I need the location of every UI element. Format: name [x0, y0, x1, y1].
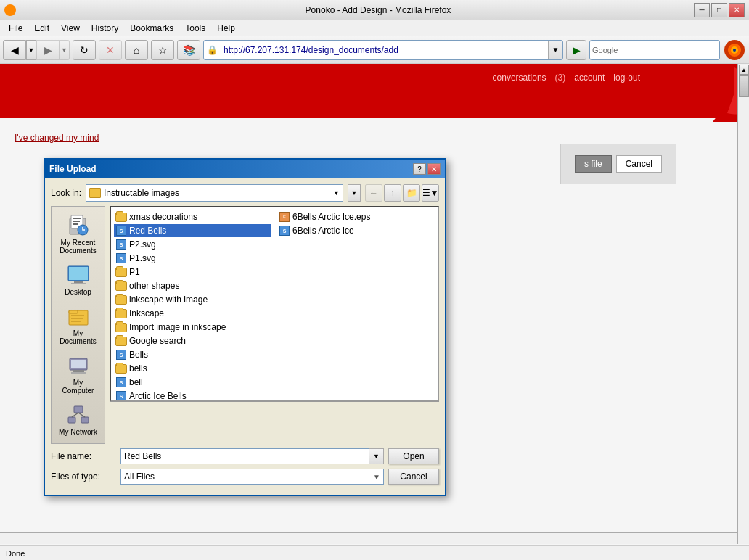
go-btn[interactable]: ▶ [566, 40, 586, 60]
folder-icon-inkscapeimage [115, 294, 127, 305]
menu-file[interactable]: File [3, 22, 28, 35]
file-item-6bellsarcticice[interactable]: S 6Bells Arctic Ice [277, 224, 435, 237]
nav-back-btn[interactable]: ← [365, 184, 382, 202]
file-item-p2svg[interactable]: S P2.svg [114, 238, 271, 251]
svg-rect-24 [74, 406, 83, 413]
reload-btn[interactable]: ↻ [73, 40, 96, 60]
filename-dropdown-btn[interactable]: ▼ [369, 448, 384, 464]
file-item-arcticbells[interactable]: S Arctic Ice Bells [114, 390, 271, 402]
folder-icon-othershapes [115, 280, 127, 292]
dialog-help-btn[interactable]: ? [413, 163, 426, 175]
back-dropdown-btn[interactable]: ▼ [26, 40, 36, 60]
documents-icon [67, 305, 90, 328]
file-list-area[interactable]: xmas decorations S Red Bells S P2.svg [110, 206, 439, 402]
back-btn[interactable]: ◀ [3, 40, 26, 60]
address-dropdown-btn[interactable]: ▼ [548, 41, 562, 59]
filename-input[interactable] [120, 448, 369, 464]
maximize-btn[interactable]: □ [711, 3, 727, 17]
lookin-arrow-btn[interactable]: ▼ [348, 184, 361, 202]
sidebar-desktop[interactable]: Desktop [54, 260, 102, 299]
title-bar: Ponoko - Add Design - Mozilla Firefox ─ … [0, 0, 749, 20]
sidebar-documents[interactable]: My Documents [54, 302, 102, 348]
upload-file-btn[interactable]: s file [575, 155, 612, 173]
scrollbar-thumb[interactable] [739, 75, 749, 97]
conversations-link[interactable]: conversations [493, 73, 547, 83]
menu-tools[interactable]: Tools [179, 22, 211, 35]
file-item-bellslower[interactable]: bells [114, 362, 271, 375]
search-bar[interactable]: Google 🔍 [589, 40, 720, 60]
cancel-upload-btn[interactable]: Cancel [616, 155, 662, 173]
menu-bookmarks[interactable]: Bookmarks [124, 22, 179, 35]
changed-mind-link[interactable]: I've changed my mind [15, 133, 99, 143]
cancel-btn[interactable]: Cancel [388, 469, 439, 485]
svg-rect-19 [71, 321, 81, 322]
browser-window: Ponoko - Add Design - Mozilla Firefox ─ … [0, 0, 749, 559]
filetype-row: Files of type: All Files ▼ Cancel [51, 469, 439, 485]
close-btn[interactable]: ✕ [729, 3, 745, 17]
eps-icon-6bells: E [279, 211, 290, 223]
svg-rect-26 [81, 417, 89, 423]
menu-view[interactable]: View [55, 22, 86, 35]
changed-mind-area: I've changed my mind [15, 133, 734, 143]
menu-help[interactable]: Help [211, 22, 241, 35]
status-text: Done [6, 549, 25, 558]
menu-edit[interactable]: Edit [28, 22, 55, 35]
filetype-arrow: ▼ [373, 473, 380, 481]
address-icon: 🔒 [204, 45, 221, 55]
file-item-redbells[interactable]: S Red Bells [114, 224, 271, 237]
svg-rect-12 [69, 267, 88, 280]
file-item-p1svg[interactable]: S P1.svg [114, 252, 271, 265]
file-item-p1[interactable]: P1 [114, 265, 271, 279]
dialog-close-btn[interactable]: ✕ [427, 163, 441, 175]
stop-btn[interactable]: ✕ [99, 40, 122, 60]
desktop-label: Desktop [65, 288, 91, 296]
svg-rect-17 [71, 315, 84, 316]
search-input[interactable] [620, 41, 720, 59]
sidebar-recent[interactable]: My Recent Documents [54, 211, 102, 258]
svg-rect-7 [73, 218, 81, 219]
filetype-select[interactable]: All Files ▼ [120, 469, 384, 485]
desktop-icon [67, 263, 90, 287]
sidebar-network[interactable]: My Network [54, 400, 102, 439]
bookmark-btn[interactable]: ☆ [151, 40, 174, 60]
file-item-inkscape[interactable]: Inkscape [114, 307, 271, 320]
account-link[interactable]: account [574, 73, 605, 83]
recent-label: My Recent Documents [57, 239, 99, 255]
address-input[interactable] [221, 41, 548, 59]
forward-btn[interactable]: ▶ [36, 40, 60, 60]
open-btn[interactable]: Open [388, 448, 439, 464]
file-item-bell[interactable]: S bell [114, 376, 271, 389]
library-btn[interactable]: 📚 [177, 40, 200, 60]
window-controls: ─ □ ✕ [694, 3, 745, 17]
computer-icon [67, 354, 90, 377]
nav-new-folder-btn[interactable]: 📁 [403, 184, 420, 202]
menu-history[interactable]: History [86, 22, 124, 35]
lookin-row: Look in: Instructable images ▼ ▼ ← ↑ 📁 ☰… [51, 184, 439, 202]
file-item-othershapes[interactable]: other shapes [114, 279, 271, 292]
file-item-xmas[interactable]: xmas decorations [114, 210, 271, 223]
file-item-6bellseps[interactable]: E 6Bells Arctic Ice.eps [277, 210, 435, 223]
nav-up-btn[interactable]: ↑ [384, 184, 401, 202]
lookin-label: Look in: [51, 188, 81, 198]
folder-icon-google [115, 335, 127, 347]
home-btn[interactable]: ⌂ [125, 40, 148, 60]
minimize-btn[interactable]: ─ [694, 3, 710, 17]
horizontal-scrollbar[interactable] [0, 532, 737, 544]
file-item-bells[interactable]: S Bells [114, 348, 271, 361]
file-item-google[interactable]: Google search [114, 334, 271, 347]
svg-rect-13 [74, 281, 83, 283]
lookin-select[interactable]: Instructable images ▼ [86, 184, 343, 202]
forward-dropdown-btn[interactable]: ▼ [60, 40, 70, 60]
svg-icon-bells: S [115, 349, 127, 361]
toolbar: ◀ ▼ ▶ ▼ ↻ ✕ ⌂ ☆ 📚 🔒 ▼ ▶ Google 🔍 [0, 36, 749, 64]
svg-rect-9 [73, 223, 78, 225]
file-item-importinkscape[interactable]: Import image in inkscape [114, 321, 271, 334]
file-item-inkscapeimage[interactable]: inkscape with image [114, 293, 271, 306]
sidebar-computer[interactable]: My Computer [54, 351, 102, 398]
lookin-dropdown-arrow: ▼ [333, 189, 340, 197]
logout-link[interactable]: log-out [613, 73, 640, 83]
address-bar[interactable]: 🔒 ▼ [203, 40, 563, 60]
folder-icon [89, 188, 101, 198]
vertical-scrollbar[interactable]: ▲ [737, 64, 749, 544]
nav-views-btn[interactable]: ☰▼ [422, 184, 439, 202]
